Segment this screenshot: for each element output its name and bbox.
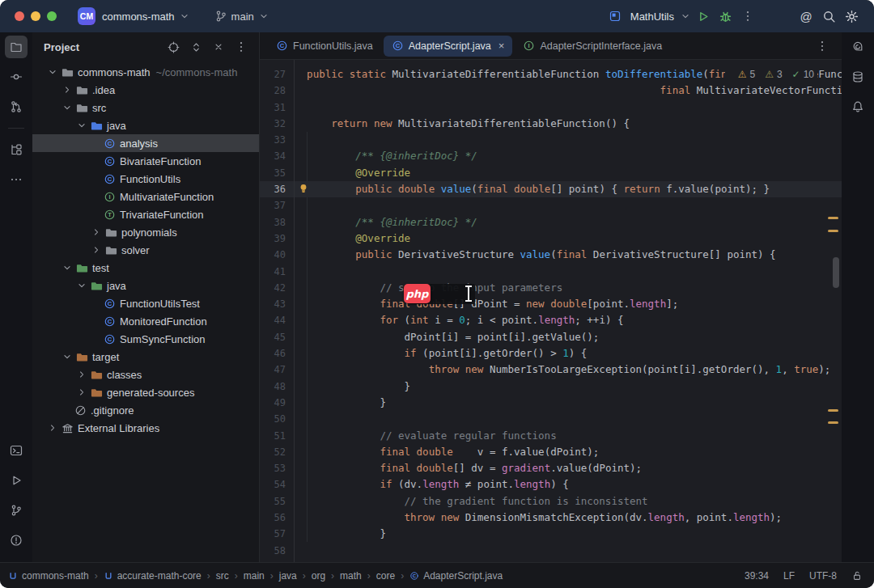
code-line-52[interactable]: 52 final double v = f.value(dPoint);: [260, 444, 842, 460]
chevron-right-icon[interactable]: [74, 369, 89, 380]
tool-run-button[interactable]: [5, 469, 28, 492]
code-line-28[interactable]: 28 final MultivariateVectorFunction grad…: [260, 82, 842, 99]
chevron-right-icon[interactable]: [74, 387, 89, 398]
breadcrumb-org[interactable]: org: [312, 570, 325, 582]
tree-item-src[interactable]: src: [32, 99, 259, 116]
chevron-right-icon[interactable]: [89, 226, 104, 238]
inspection-weak-warning[interactable]: ⚠3: [765, 69, 782, 80]
breadcrumb-core[interactable]: core: [376, 570, 395, 582]
code-line-50[interactable]: 50: [260, 411, 842, 427]
chevron-down-icon[interactable]: [60, 262, 74, 273]
tree-item--gitignore[interactable]: .gitignore: [32, 401, 259, 419]
tree-item--idea[interactable]: .idea: [32, 81, 259, 99]
tool-terminal-button[interactable]: [5, 439, 28, 462]
chevron-down-icon[interactable]: [45, 66, 60, 78]
inspection-warning[interactable]: ⚠5: [738, 69, 755, 80]
code-line-36[interactable]: 36 public double value(final double[] po…: [260, 181, 842, 197]
change-marker[interactable]: [828, 217, 838, 219]
tree-item-java[interactable]: java: [32, 277, 259, 294]
breadcrumb-java[interactable]: java: [279, 570, 297, 582]
run-configuration-widget[interactable]: MathUtils: [609, 10, 691, 23]
code-line-51[interactable]: 51 // evaluate regular functions: [260, 428, 842, 444]
code-line-49[interactable]: 49 }: [260, 395, 842, 411]
ai-chat-button[interactable]: @: [795, 5, 817, 27]
tool-database-button[interactable]: [846, 66, 869, 88]
chevron-down-icon[interactable]: [74, 120, 89, 131]
expand-all-button[interactable]: [186, 37, 206, 57]
code-line-37[interactable]: 37: [260, 197, 842, 214]
tree-item-polynomials[interactable]: polynomials: [32, 223, 259, 241]
breadcrumb-accurate-math-core[interactable]: accurate-math-core: [104, 570, 202, 582]
code-line-40[interactable]: 40 public DerivativeStructure value(fina…: [260, 247, 842, 263]
tree-item-commons-math[interactable]: commons-math~/commons-math: [32, 63, 259, 81]
chevron-down-icon[interactable]: [60, 102, 74, 113]
editor-scrollbar[interactable]: [833, 257, 839, 288]
tool-commit-button[interactable]: [5, 66, 28, 88]
chevron-down-icon[interactable]: [60, 351, 74, 362]
code-line-38[interactable]: 38 /** {@inheritDoc} */: [260, 214, 842, 231]
intention-bulb-icon[interactable]: [298, 183, 309, 199]
chevron-right-icon[interactable]: [45, 422, 60, 434]
dots-v-button[interactable]: [231, 37, 251, 57]
tree-item-multivariatefunction[interactable]: IMultivariateFunction: [32, 188, 259, 205]
breadcrumb-adapterscript-java[interactable]: CAdapterScript.java: [409, 570, 503, 582]
tree-item-functionutils[interactable]: CFunctionUtils: [32, 170, 259, 188]
tool-more-dots-button[interactable]: [5, 168, 28, 191]
inspection-typos[interactable]: ✓10: [792, 69, 814, 80]
chevron-right-icon[interactable]: [89, 244, 104, 256]
run-button[interactable]: [691, 5, 714, 27]
tool-structure-button[interactable]: [5, 138, 28, 161]
tree-item-target[interactable]: target: [32, 348, 259, 366]
code-line-45[interactable]: 45 dPoint[i] = point[i].getValue();: [260, 329, 842, 345]
tool-problems-button[interactable]: [5, 529, 28, 552]
settings-button[interactable]: [840, 5, 863, 27]
code-line-41[interactable]: 41: [260, 264, 842, 280]
tree-item-java[interactable]: java: [32, 116, 259, 134]
tree-item-external-libraries[interactable]: External Libraries: [32, 419, 259, 437]
tab-list-button[interactable]: [811, 35, 834, 57]
tab-functionutils-java[interactable]: CFunctionUtils.java: [268, 36, 381, 57]
chevron-down-icon[interactable]: [74, 280, 89, 291]
code-line-43[interactable]: 43 final double[] dPoint = new double[po…: [260, 296, 842, 312]
close-tab-icon[interactable]: ×: [499, 40, 505, 52]
change-marker[interactable]: [828, 409, 838, 412]
code-editor[interactable]: 27 public static MultivariateDifferentia…: [260, 60, 842, 562]
breadcrumb-src[interactable]: src: [216, 570, 229, 582]
inspections-widget[interactable]: ⚠5⚠3✓10: [725, 65, 817, 83]
more-actions-button[interactable]: [736, 5, 759, 27]
tree-item-classes[interactable]: classes: [32, 366, 259, 383]
code-line-57[interactable]: 57 }: [260, 526, 842, 542]
line-separator[interactable]: LF: [783, 570, 795, 582]
locate-button[interactable]: [163, 37, 183, 57]
project-widget[interactable]: commons-math: [95, 11, 190, 23]
tool-ai-assistant-button[interactable]: [846, 36, 869, 58]
tree-item-solver[interactable]: solver: [32, 241, 259, 259]
code-line-58[interactable]: 58: [260, 543, 842, 559]
change-marker[interactable]: [828, 230, 838, 232]
tree-item-trivariatefunction[interactable]: TTrivariateFunction: [32, 205, 259, 223]
tool-pull-requests-button[interactable]: [5, 95, 28, 118]
code-line-42[interactable]: 42 // set up the input parameters: [260, 280, 842, 296]
caret-position[interactable]: 39:34: [745, 570, 769, 582]
tab-adapterscript-java[interactable]: CAdapterScript.java×: [384, 36, 513, 57]
debug-button[interactable]: [714, 5, 736, 27]
close-window-button[interactable]: [15, 11, 24, 21]
code-line-56[interactable]: 56 throw new DimensionMismatchException(…: [260, 510, 842, 526]
breadcrumb-commons-math[interactable]: commons-math: [8, 570, 89, 582]
tree-item-monitoredfunction[interactable]: CMonitoredFunction: [32, 312, 259, 330]
file-encoding[interactable]: UTF-8: [809, 570, 837, 582]
code-line-31[interactable]: 31: [260, 99, 842, 116]
maximize-window-button[interactable]: [47, 11, 57, 21]
tree-item-test[interactable]: test: [32, 259, 259, 277]
tool-notifications-button[interactable]: [846, 95, 869, 118]
tree-item-sumsyncfunction[interactable]: CSumSyncFunction: [32, 330, 259, 348]
code-line-39[interactable]: 39 @Override: [260, 231, 842, 247]
tree-item-functionutilstest[interactable]: CFunctionUtilsTest: [32, 294, 259, 312]
search-everywhere-button[interactable]: [817, 5, 840, 27]
tool-git-branch-button[interactable]: [5, 499, 28, 522]
breadcrumb-main[interactable]: main: [244, 570, 265, 582]
code-line-44[interactable]: 44 for (int i = 0; i < point.length; ++i…: [260, 312, 842, 328]
collapse-all-button[interactable]: [209, 37, 228, 57]
vcs-widget[interactable]: main: [214, 10, 269, 23]
code-line-46[interactable]: 46 if (point[i].getOrder() > 1) {: [260, 345, 842, 362]
